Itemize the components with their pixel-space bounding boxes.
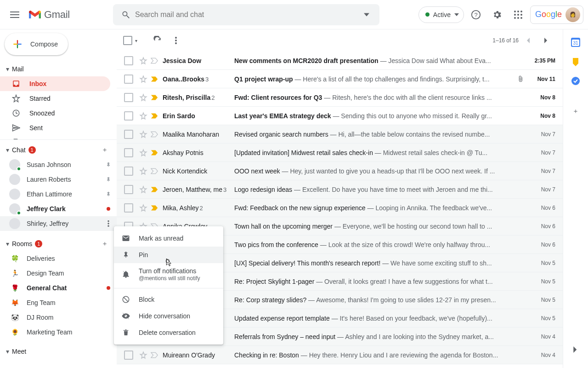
importance-icon[interactable] <box>149 113 160 119</box>
chat-item[interactable]: Lauren Roberts <box>0 172 117 187</box>
avatar-icon <box>9 218 20 229</box>
importance-icon[interactable] <box>149 186 160 193</box>
room-item[interactable]: 🌹General Chat <box>0 281 117 295</box>
row-checkbox[interactable] <box>124 75 133 84</box>
ctx-item-label: Delete conversation <box>139 329 196 336</box>
prev-page-icon[interactable] <box>519 31 537 50</box>
importance-icon[interactable] <box>149 150 160 156</box>
search-options-icon[interactable] <box>357 12 376 17</box>
tasks-icon[interactable] <box>571 76 580 86</box>
row-checkbox[interactable] <box>124 56 133 65</box>
sidebar-item-sent[interactable]: Sent <box>0 121 110 135</box>
add-chat-icon[interactable]: ＋ <box>98 144 111 156</box>
compose-button[interactable]: Compose <box>5 33 68 55</box>
sidebar-item-drafts[interactable]: Drafts <box>0 135 110 140</box>
email-row[interactable]: Jeroen, Matthew, me3Logo redesign ideasE… <box>117 180 563 199</box>
sidebar-item-inbox[interactable]: Inbox <box>0 76 110 91</box>
email-row[interactable]: Oana..Brooks3Q1 project wrap-upHere's a … <box>117 70 563 88</box>
star-icon[interactable] <box>138 112 149 120</box>
star-icon[interactable] <box>138 204 149 212</box>
ctx-turn-off-notifications[interactable]: Turn off notifications @mentions will st… <box>114 263 223 285</box>
chat-item[interactable]: Shirley, Jeffrey <box>0 216 117 231</box>
star-icon[interactable] <box>138 130 149 138</box>
email-row[interactable]: Mika, Ashley2Fwd: Feedback on the new si… <box>117 199 563 217</box>
importance-icon[interactable] <box>149 205 160 211</box>
status-chip[interactable]: Active <box>418 6 464 23</box>
room-item[interactable]: 🦊Eng Team <box>0 295 117 310</box>
menu-icon[interactable] <box>4 4 26 26</box>
next-page-icon[interactable] <box>537 31 555 50</box>
refresh-icon[interactable] <box>148 31 167 50</box>
room-name: DJ Room <box>27 314 53 321</box>
importance-icon[interactable] <box>149 131 160 138</box>
room-item[interactable]: 🍀Deliveries <box>0 251 117 266</box>
row-checkbox[interactable] <box>124 203 133 213</box>
email-row[interactable]: Akshay Potnis[Updated invitation] Midwes… <box>117 144 563 162</box>
row-checkbox[interactable] <box>124 111 133 121</box>
email-row[interactable]: Maalika ManoharanRevised organic search … <box>117 125 563 144</box>
gmail-logo[interactable]: Gmail <box>26 9 109 21</box>
row-checkbox[interactable] <box>124 148 133 157</box>
date: Nov 5 <box>529 278 555 285</box>
sidebar-item-starred[interactable]: Starred <box>0 91 110 106</box>
star-icon[interactable] <box>138 185 149 194</box>
date: Nov 11 <box>529 76 555 82</box>
room-item[interactable]: 🌻Marketing Team <box>0 325 117 339</box>
settings-icon[interactable] <box>488 6 506 24</box>
chat-item[interactable]: Jeffrey Clark <box>0 201 117 216</box>
star-icon[interactable] <box>138 93 149 102</box>
search-box[interactable] <box>113 4 379 25</box>
ctx-hide-conversation[interactable]: Hide conversation <box>114 308 223 324</box>
ctx-pin[interactable]: Pin <box>114 247 223 263</box>
row-checkbox[interactable] <box>124 167 133 176</box>
more-icon[interactable] <box>167 31 185 50</box>
row-checkbox[interactable] <box>124 185 133 194</box>
importance-icon[interactable] <box>149 76 160 82</box>
chat-item[interactable]: Susan Johnson <box>0 157 117 172</box>
row-checkbox[interactable] <box>124 351 133 360</box>
email-row[interactable]: Ritesh, Priscilla2Fwd: Client resources … <box>117 88 563 107</box>
mail-section-header[interactable]: ▾ Mail <box>0 62 117 76</box>
sidebar-item-snoozed[interactable]: Snoozed <box>0 106 110 121</box>
add-room-icon[interactable]: ＋ <box>98 237 111 250</box>
importance-icon[interactable] <box>149 94 160 101</box>
meet-section-header[interactable]: ▾ Meet <box>0 344 117 359</box>
rooms-section-header[interactable]: ▾ Rooms 1 ＋ <box>0 236 117 251</box>
keep-icon[interactable] <box>571 57 580 66</box>
star-icon[interactable] <box>138 75 149 83</box>
help-icon[interactable]: ? <box>467 6 485 24</box>
expand-panel-icon[interactable] <box>566 340 585 359</box>
search-input[interactable] <box>135 11 357 19</box>
ctx-delete-conversation[interactable]: Delete conversation <box>114 324 223 341</box>
row-checkbox[interactable] <box>124 130 133 139</box>
email-row[interactable]: Erin SardoLast year's EMEA strategy deck… <box>117 107 563 125</box>
apps-icon[interactable] <box>509 6 527 24</box>
google-label: Google <box>535 10 562 19</box>
chat-section-header[interactable]: ▾ Chat 1 ＋ <box>0 143 117 157</box>
row-checkbox[interactable] <box>124 93 133 102</box>
select-all-checkbox[interactable]: ▾ <box>123 36 137 45</box>
star-icon[interactable] <box>138 351 149 359</box>
email-row[interactable]: Muireann O'GradyChecking in re: BostonHe… <box>117 346 563 364</box>
avatar-icon <box>9 189 20 200</box>
star-icon[interactable] <box>138 57 149 65</box>
room-item[interactable]: 🐼DJ Room <box>0 310 117 325</box>
search-icon[interactable] <box>117 10 135 19</box>
room-item[interactable]: 🏃Design Team <box>0 266 117 281</box>
add-addon-icon[interactable]: ＋ <box>566 102 585 121</box>
more-icon[interactable] <box>104 220 113 227</box>
star-icon[interactable] <box>138 167 149 175</box>
calendar-icon[interactable]: 31 <box>571 38 580 47</box>
google-account-chip[interactable]: Google 👩 <box>530 6 583 24</box>
star-icon[interactable] <box>138 149 149 157</box>
ctx-mark-unread[interactable]: Mark as unread <box>114 230 223 247</box>
importance-icon[interactable] <box>149 352 160 358</box>
avatar[interactable]: 👩 <box>565 7 580 22</box>
email-row[interactable]: Jessica DowNew comments on MCR2020 draft… <box>117 52 563 70</box>
ctx-block[interactable]: Block <box>114 291 223 308</box>
importance-icon[interactable] <box>149 168 160 174</box>
svg-point-15 <box>175 40 177 41</box>
chat-item[interactable]: Ethan Lattimore <box>0 187 117 201</box>
importance-icon[interactable] <box>149 58 160 64</box>
email-row[interactable]: Nick KortendickOOO next weekHey, just wa… <box>117 162 563 180</box>
